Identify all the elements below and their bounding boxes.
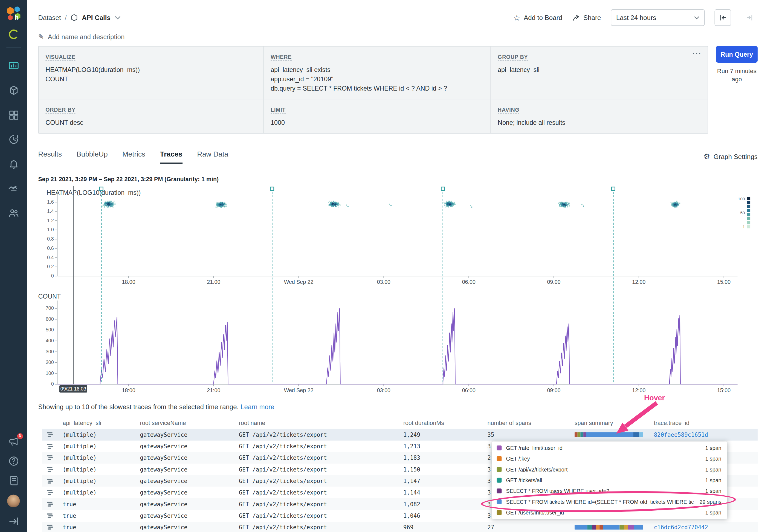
announcements-icon[interactable]: 3 [8, 436, 20, 447]
svg-text:03:00: 03:00 [377, 279, 390, 285]
span-summary-bar[interactable] [574, 525, 643, 530]
limit-cell[interactable]: LIMIT 1000 [264, 99, 491, 133]
svg-text:18:00: 18:00 [122, 387, 135, 393]
trace-view-icon[interactable] [42, 524, 60, 530]
cell-spans: 35 [485, 431, 572, 438]
datasets-icon[interactable] [8, 85, 20, 96]
query-clause[interactable]: api_latency_sli exists [270, 65, 484, 74]
trace-id-link[interactable]: 820faee589c1651d [654, 431, 708, 438]
query-clause[interactable]: api_latency_sli [498, 65, 701, 74]
visualize-label: VISUALIZE [45, 54, 75, 61]
table-row[interactable]: truegatewayServiceGET /api/v2/tickets/ex… [42, 522, 758, 532]
avatar[interactable] [7, 494, 20, 508]
help-icon[interactable] [8, 455, 20, 467]
query-clause[interactable]: COUNT [45, 74, 256, 84]
breadcrumb-dataset-name[interactable]: API Calls [82, 14, 111, 21]
span-summary-bar[interactable] [574, 432, 643, 437]
query-clause[interactable]: app.user_id = "20109" [270, 74, 484, 84]
slos-hands-icon[interactable] [8, 183, 20, 194]
svg-text:1.2: 1.2 [47, 218, 54, 223]
col-service[interactable]: root serviceName [137, 419, 236, 426]
share-icon [572, 14, 580, 21]
svg-text:0.8: 0.8 [47, 236, 54, 242]
col-sli[interactable]: api_latency_sli [60, 419, 137, 426]
query-clause[interactable]: db.query = SELECT * FROM tickets WHERE i… [270, 84, 484, 93]
history-icon[interactable] [8, 133, 20, 145]
where-cell[interactable]: WHERE api_latency_sli existsapp.user_id … [264, 46, 491, 99]
col-spans[interactable]: number of spans [485, 419, 572, 426]
query-clause[interactable]: COUNT desc [45, 118, 256, 127]
cell-service: gatewayService [137, 443, 236, 450]
sign-out-icon[interactable] [8, 516, 20, 527]
tab-raw-data[interactable]: Raw Data [197, 150, 228, 164]
having-cell[interactable]: HAVING None; include all results [491, 99, 708, 133]
environment-ring-icon[interactable] [8, 29, 20, 40]
breadcrumb-dataset[interactable]: Dataset [38, 14, 61, 21]
span-color-swatch [497, 467, 502, 472]
limit-label: LIMIT [270, 107, 286, 114]
having-label: HAVING [498, 107, 519, 114]
span-segment [624, 525, 628, 530]
triggers-bell-icon[interactable] [8, 158, 20, 170]
count-chart[interactable]: 700600500400300200100018:0021:00Wed Sep … [38, 296, 758, 396]
docs-icon[interactable] [8, 475, 20, 487]
group-by-cell[interactable]: GROUP BY api_latency_sli [491, 46, 708, 99]
team-icon[interactable] [8, 207, 20, 219]
query-overflow-menu[interactable]: ⋯ [692, 47, 702, 59]
graph-settings-button[interactable]: ⚙ Graph Settings [704, 152, 758, 164]
top-actions: ☆ Add to Board Share Last 24 hours [513, 9, 758, 26]
boards-icon[interactable] [8, 109, 20, 121]
query-clause[interactable]: 1000 [270, 118, 484, 127]
trace-view-icon[interactable] [42, 455, 60, 461]
col-summary[interactable]: span summary [572, 419, 651, 426]
tooltip-span-count: 1 span [705, 445, 721, 451]
order-by-cell[interactable]: ORDER BY COUNT desc [38, 99, 264, 133]
chevron-down-icon[interactable] [114, 16, 121, 20]
svg-text:200: 200 [46, 360, 54, 365]
trace-view-icon[interactable] [42, 501, 60, 507]
query-clause[interactable]: None; include all results [498, 118, 701, 127]
cell-sli: (multiple) [60, 466, 137, 473]
history-back-button[interactable] [715, 9, 731, 26]
honeycomb-logo[interactable]: h [5, 5, 22, 23]
tab-bubbleup[interactable]: BubbleUp [77, 150, 108, 164]
history-forward-button[interactable] [741, 9, 758, 26]
charts-area[interactable]: HEATMAP(LOG10(duration_ms)) 1.61.41.21.0… [38, 185, 758, 402]
cell-duration: 1,183 [400, 454, 485, 461]
cell-sli: true [60, 501, 137, 508]
trace-view-icon[interactable] [42, 513, 60, 519]
col-duration[interactable]: root durationMs [400, 419, 485, 426]
cell-trace-id: c16dc6d2cd770442 [651, 524, 758, 531]
visualize-cell[interactable]: VISUALIZE HEATMAP(LOG10(duration_ms))COU… [38, 46, 264, 99]
query-icon[interactable] [8, 60, 20, 72]
trace-view-icon[interactable] [42, 466, 60, 472]
trace-view-icon[interactable] [42, 478, 60, 484]
tooltip-span-count: 1 span [705, 509, 721, 515]
span-segment [634, 432, 639, 437]
add-name-row[interactable]: ✎ Add name and description [38, 31, 758, 42]
col-name[interactable]: root name [236, 419, 400, 426]
span-color-swatch [497, 489, 502, 494]
cell-span-summary[interactable] [572, 432, 651, 437]
query-clause[interactable]: HEATMAP(LOG10(duration_ms)) [45, 65, 256, 74]
col-trace[interactable]: trace.trace_id [651, 419, 758, 426]
cell-span-summary[interactable] [572, 525, 651, 530]
cell-duration: 1,046 [400, 512, 485, 519]
trace-id-link[interactable]: c16dc6d2cd770442 [654, 524, 708, 531]
tab-results[interactable]: Results [38, 150, 62, 164]
trace-view-icon[interactable] [42, 443, 60, 449]
span-summary-tooltip: GET /rate_limit/:user_id1 spanGET /:key1… [492, 441, 727, 519]
tab-metrics[interactable]: Metrics [122, 150, 145, 164]
trace-view-icon[interactable] [42, 490, 60, 495]
run-query-button[interactable]: Run Query [716, 46, 758, 63]
table-row[interactable]: (multiple)gatewayServiceGET /api/v2/tick… [42, 429, 758, 440]
svg-text:06:00: 06:00 [462, 387, 476, 393]
trace-view-icon[interactable] [42, 431, 60, 437]
tab-traces[interactable]: Traces [160, 150, 183, 164]
add-to-board-button[interactable]: ☆ Add to Board [513, 13, 562, 22]
learn-more-link[interactable]: Learn more [241, 403, 274, 411]
share-button[interactable]: Share [572, 14, 601, 21]
svg-text:0: 0 [51, 381, 54, 387]
time-range-select[interactable]: Last 24 hours [611, 9, 705, 26]
heatmap-chart[interactable]: 1.61.41.21.00.80.60.40.2018:0021:00Wed S… [38, 188, 758, 289]
